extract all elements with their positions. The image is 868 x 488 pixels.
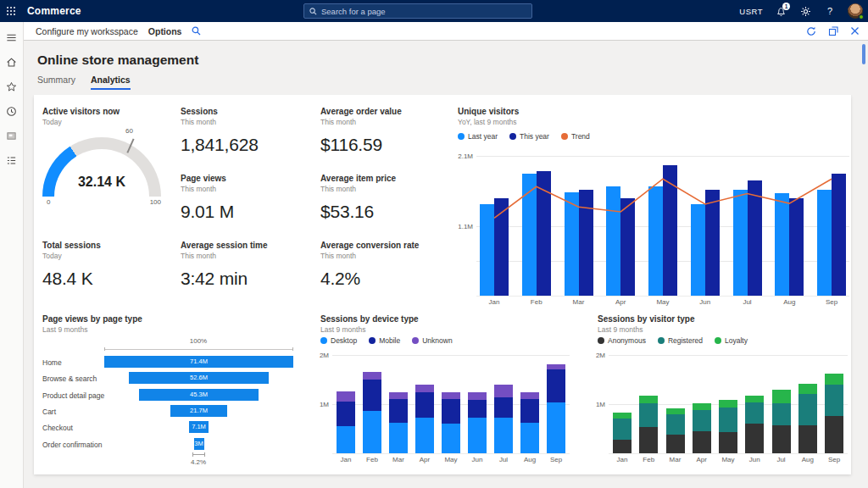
bar-segment — [613, 419, 632, 439]
funnel-bar: 21.7M — [170, 405, 228, 417]
bar-segment — [798, 384, 817, 394]
bar — [565, 192, 579, 296]
legend-dot — [598, 337, 604, 344]
bar-segment — [719, 400, 737, 408]
bar-segment — [719, 408, 737, 432]
options-button[interactable]: Options — [148, 26, 182, 36]
bar-segment — [442, 424, 460, 453]
bar-segment — [613, 413, 632, 419]
funnel-bar: 7.1M — [189, 421, 208, 433]
bar-segment — [772, 390, 791, 403]
refresh-icon[interactable] — [806, 26, 816, 36]
bar-segment — [547, 402, 565, 453]
bar — [817, 190, 832, 296]
app-launcher-icon[interactable] — [0, 0, 22, 22]
funnel-bar: 3M — [194, 438, 204, 450]
bar — [691, 204, 705, 296]
scrollbar — [862, 42, 866, 474]
kpi-sessions: Sessions This month 1,841,628 — [181, 107, 316, 155]
bar-segment — [639, 403, 658, 427]
bar-segment — [337, 426, 355, 453]
environment-label: USRT — [739, 7, 763, 16]
bar-segment — [494, 385, 513, 397]
bar-segment — [745, 424, 764, 453]
gauge-max-label: 100 — [150, 198, 161, 206]
menu-icon[interactable] — [3, 29, 20, 46]
bar-segment — [745, 402, 764, 423]
funnel-bar: 71.4M — [104, 356, 293, 368]
tab-bar: Summary Analytics — [37, 75, 131, 90]
notifications-bell-icon[interactable]: 1 — [774, 4, 787, 18]
bar-segment — [468, 392, 487, 401]
bar — [494, 198, 509, 297]
help-icon[interactable]: ? — [823, 4, 837, 18]
gear-icon[interactable] — [798, 4, 812, 18]
bar-segment — [772, 425, 791, 453]
configure-workspace-button[interactable]: Configure my worksspace — [36, 26, 138, 36]
legend-dot — [658, 337, 665, 344]
bar — [748, 180, 762, 296]
legend-dot — [320, 337, 327, 344]
page-search-box[interactable] — [303, 3, 532, 19]
bar-segment — [389, 423, 408, 453]
avatar[interactable] — [848, 3, 863, 19]
popout-icon[interactable] — [828, 26, 838, 36]
bar-segment — [442, 392, 460, 400]
workspaces-icon[interactable] — [3, 127, 20, 144]
recent-clock-icon[interactable] — [3, 103, 20, 119]
bar — [789, 198, 804, 297]
bar — [648, 186, 663, 296]
bar-segment — [468, 418, 487, 453]
funnel-stage-label: Home — [42, 358, 62, 367]
page-title: Online store management — [37, 53, 198, 68]
bar-segment — [389, 399, 408, 423]
bar-segment — [613, 440, 632, 453]
bar-segment — [693, 410, 711, 431]
bar-segment — [337, 391, 355, 402]
kpi-total-sessions: Total sessions Today 48.4 K — [42, 241, 178, 289]
bar-segment — [389, 392, 408, 400]
bar-segment — [798, 394, 817, 425]
bar-segment — [337, 402, 355, 426]
sessions-by-visitor-chart: 2M1MJanFebMarAprMayJunJulAugSep — [609, 355, 848, 454]
bar — [480, 204, 494, 296]
bar-segment — [719, 432, 737, 453]
legend-dot — [509, 133, 516, 140]
workspace-search-icon[interactable] — [192, 26, 201, 36]
bar-segment — [520, 392, 539, 400]
funnel-bar: 52.6M — [129, 372, 268, 384]
modules-list-icon[interactable] — [3, 152, 20, 169]
sessions-by-visitor-legend: AnonymousRegisteredLoyalty — [598, 336, 748, 345]
funnel-stage-label: Browse & search — [42, 374, 97, 383]
tile-sessions-by-visitor: Sessions by visitor type Last 9 months A… — [598, 314, 852, 471]
active-visitors-gauge: 60 32.14 K 0 100 — [42, 127, 161, 212]
tile-sessions-by-device: Sessions by device type Last 9 months De… — [320, 314, 575, 471]
gauge-value: 32.14 K — [42, 175, 161, 190]
bar — [663, 165, 677, 296]
bar-segment — [693, 403, 711, 410]
search-icon — [309, 8, 317, 15]
left-nav-rail — [0, 22, 24, 488]
tab-analytics[interactable]: Analytics — [91, 75, 131, 90]
action-bar: Configure my worksspace Options — [24, 22, 868, 41]
sessions-by-device-legend: DesktopMobileUnknown — [320, 336, 453, 345]
funnel-stage-label: Cart — [42, 408, 56, 416]
bar-segment — [693, 431, 711, 453]
bar — [537, 171, 551, 296]
close-icon[interactable] — [850, 26, 860, 36]
tab-summary[interactable]: Summary — [37, 75, 75, 90]
bar-segment — [415, 392, 434, 418]
bar-segment — [520, 423, 539, 453]
favorites-star-icon[interactable] — [3, 78, 20, 95]
legend-dot — [561, 133, 568, 140]
kpi-avg-item-price: Average item price This month $53.16 — [320, 174, 456, 222]
scrollbar-thumb[interactable] — [862, 44, 865, 64]
bar-segment — [772, 403, 791, 425]
bar — [832, 174, 846, 296]
home-icon[interactable] — [3, 53, 20, 70]
bar — [775, 193, 789, 296]
bar — [620, 198, 635, 296]
kpi-active-visitors: Active visitors now Today — [42, 107, 178, 126]
bar-segment — [415, 418, 434, 453]
search-input[interactable] — [321, 7, 508, 16]
